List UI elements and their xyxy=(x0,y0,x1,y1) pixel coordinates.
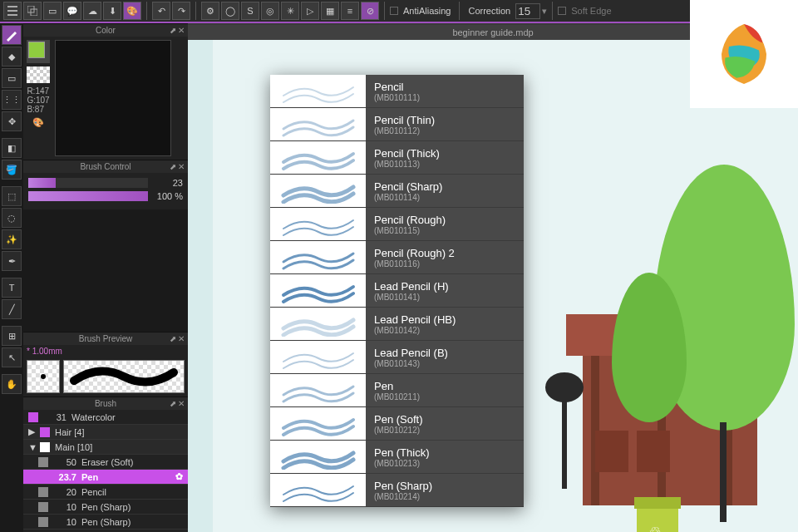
svg-rect-1 xyxy=(7,10,17,12)
brush-item[interactable]: 20Pencil xyxy=(23,485,188,500)
correction-input[interactable] xyxy=(515,3,540,19)
aa-checkbox[interactable] xyxy=(390,7,398,15)
brush-picker-item[interactable]: Pen (Thick)(MB010213) xyxy=(270,441,524,474)
dots-tool[interactable]: ⋮⋮ xyxy=(2,90,22,110)
popout-icon[interactable]: ⬈ xyxy=(170,26,176,35)
brush-picker-item[interactable]: Pencil(MB010111) xyxy=(270,75,524,108)
forward-icon[interactable]: ▷ xyxy=(301,2,319,20)
target-icon[interactable]: ◎ xyxy=(261,2,279,20)
brush-picker-item[interactable]: Pen(MB010211) xyxy=(270,374,524,407)
opacity-slider[interactable] xyxy=(28,191,148,201)
brush-picker-item[interactable]: Pencil (Thin)(MB010112) xyxy=(270,108,524,141)
brush-picker-item[interactable]: Pencil (Thick)(MB010113) xyxy=(270,141,524,175)
shape-tool[interactable]: ◆ xyxy=(2,47,22,66)
divide-tool[interactable]: ⊞ xyxy=(2,326,22,346)
separator xyxy=(384,2,385,20)
rect-tool[interactable]: ▭ xyxy=(2,68,22,88)
rotate-icon[interactable]: ◯ xyxy=(221,2,239,20)
brush-item[interactable]: 50Eraser (Soft) xyxy=(23,455,188,470)
transparency-swatch[interactable] xyxy=(27,66,50,83)
size-value: 23 xyxy=(153,178,183,188)
brush-picker-item[interactable]: Pencil (Rough)(MB010115) xyxy=(270,208,524,241)
undo-icon[interactable]: ↶ xyxy=(152,2,170,20)
brush-thumb xyxy=(270,141,366,174)
softedge-checkbox[interactable] xyxy=(558,7,566,15)
brush-picker-item[interactable]: Lead Pencil (HB)(MB010142) xyxy=(270,308,524,341)
brush-name: Pencil (Rough) xyxy=(374,214,515,226)
select-rect-tool[interactable]: ⬚ xyxy=(2,186,22,206)
popout-icon[interactable]: ⬈ xyxy=(170,399,176,408)
brush-code: (MB010142) xyxy=(374,326,515,335)
lines-icon[interactable]: ≡ xyxy=(341,2,359,20)
brush-code: (MB010114) xyxy=(374,193,515,202)
dropdown-icon[interactable]: ▾ xyxy=(542,6,547,17)
close-icon[interactable]: ✕ xyxy=(178,334,185,343)
wand-tool[interactable]: ✨ xyxy=(2,229,22,249)
brush-picker-item[interactable]: Pencil (Sharp)(MB010114) xyxy=(270,175,524,208)
brush-name: Lead Pencil (H) xyxy=(374,280,515,293)
brush-picker-popup: Pencil(MB010111) Pencil (Thin)(MB010112)… xyxy=(270,75,524,507)
cloud-icon[interactable]: ☁ xyxy=(83,2,101,20)
palette-icon[interactable]: 🎨 xyxy=(32,117,44,128)
brush-group[interactable]: ▶Hair [4] xyxy=(23,425,188,440)
brush-thumb xyxy=(270,341,366,373)
download-icon[interactable]: ⬇ xyxy=(103,2,121,20)
brush-picker-item[interactable]: Pencil (Rough) 2(MB010116) xyxy=(270,241,524,274)
brush-name: Pencil xyxy=(374,81,515,93)
brush-code: (MB010141) xyxy=(374,293,515,302)
brush-thumb xyxy=(270,308,366,340)
filename: beginner guide.mdp xyxy=(452,27,533,37)
gradient-tool[interactable]: ◧ xyxy=(2,138,22,158)
brush-code: (MB010211) xyxy=(374,392,515,401)
brush-name: Pen (Sharp) xyxy=(374,480,515,492)
brush-name: Pencil (Rough) 2 xyxy=(374,247,515,259)
close-icon[interactable]: ✕ xyxy=(178,26,185,35)
move-tool[interactable]: ✥ xyxy=(2,111,22,131)
brush-picker-item[interactable]: Lead Pencil (H)(MB010141) xyxy=(270,274,524,308)
popout-icon[interactable]: ⬈ xyxy=(170,162,176,171)
brush-thumb xyxy=(270,274,366,307)
brush-picker-item[interactable]: Pen (Sharp)(MB010214) xyxy=(270,474,524,507)
close-icon[interactable]: ✕ xyxy=(178,399,185,408)
size-slider[interactable] xyxy=(28,178,148,188)
curve-s-icon[interactable]: S xyxy=(241,2,259,20)
brush-item[interactable]: 31Watercolor xyxy=(23,410,188,425)
brush-group[interactable]: ▼Main [10] xyxy=(23,440,188,455)
close-icon[interactable]: ✕ xyxy=(178,162,185,171)
separator xyxy=(552,2,553,20)
brush-picker-item[interactable]: Lead Pencil (B)(MB010143) xyxy=(270,341,524,374)
color-swatch[interactable] xyxy=(27,40,50,63)
brush-list: 31Watercolor▶Hair [4]▼Main [10]50Eraser … xyxy=(23,410,188,532)
brush-code: (MB010111) xyxy=(374,93,515,102)
brush-item[interactable]: 10Pen (Sharp) xyxy=(23,515,188,530)
text-tool[interactable]: T xyxy=(2,278,22,298)
brush-item[interactable]: 10Pen (Sharp) xyxy=(23,500,188,515)
hand-tool[interactable]: ✋ xyxy=(2,374,22,394)
brush-size-preview xyxy=(27,360,60,393)
separator xyxy=(146,2,147,20)
redo-icon[interactable]: ↷ xyxy=(172,2,190,20)
object-tool[interactable]: ↖ xyxy=(2,347,22,367)
palette-icon[interactable]: 🎨 xyxy=(123,2,141,20)
no-snap-icon[interactable]: ⊘ xyxy=(361,2,379,20)
line-tool[interactable]: ╱ xyxy=(2,299,22,319)
bucket-tool[interactable]: 🪣 xyxy=(2,160,22,180)
menu-icon[interactable] xyxy=(3,2,22,20)
select-pen-tool[interactable]: ✒ xyxy=(2,251,22,271)
brush-preview-panel xyxy=(23,357,188,397)
color-picker-area[interactable] xyxy=(55,40,171,156)
svg-rect-2 xyxy=(7,14,17,16)
layers-icon[interactable] xyxy=(23,2,42,20)
brush-code: (MB010115) xyxy=(374,226,515,235)
burst-icon[interactable]: ✳ xyxy=(281,2,299,20)
app-logo xyxy=(690,0,798,108)
brush-item[interactable]: 23.7Pen✿ xyxy=(23,470,188,485)
chat-icon[interactable]: 💬 xyxy=(63,2,81,20)
gear-icon[interactable]: ⚙ xyxy=(201,2,219,20)
brush-picker-item[interactable]: Pen (Soft)(MB010212) xyxy=(270,407,524,441)
grid-icon[interactable]: ▦ xyxy=(321,2,339,20)
note-icon[interactable]: ▭ xyxy=(43,2,62,20)
brush-tool[interactable] xyxy=(2,25,22,45)
popout-icon[interactable]: ⬈ xyxy=(170,334,176,343)
lasso-tool[interactable]: ◌ xyxy=(2,208,22,228)
